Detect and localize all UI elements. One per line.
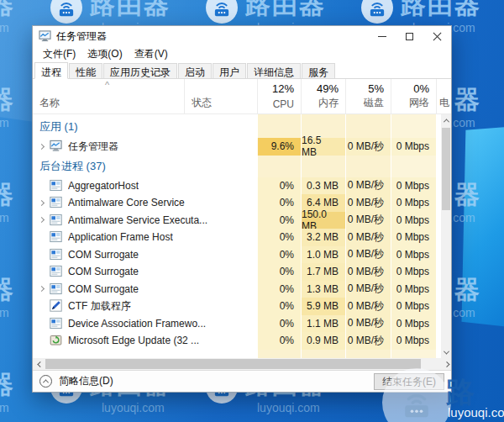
disk-cell: 0 MB/秒 <box>345 315 391 333</box>
network-cell: 0 Mbps <box>391 246 436 264</box>
watermark-brand-text: 路由器 <box>0 277 15 303</box>
close-icon <box>433 32 442 40</box>
process-name: CTF 加载程序 <box>68 299 131 314</box>
column-header-network[interactable]: 0% 网络 <box>391 79 436 113</box>
cpu-cell: 0% <box>257 177 301 195</box>
watermark-brand-text: 路由器 <box>0 182 15 208</box>
disk-cell: 0 MB/秒 <box>345 332 391 350</box>
disk-cell: 0 MB/秒 <box>345 212 391 229</box>
table-row[interactable]: Application Frame Host0%3.2 MB0 MB/秒0 Mb… <box>33 229 434 246</box>
table-row[interactable]: Antimalware Core Service0%6.4 MB0 MB/秒0 … <box>33 194 434 212</box>
cpu-cell: 9.6% <box>257 138 301 156</box>
maximize-button[interactable] <box>396 26 423 46</box>
window-title: 任务管理器 <box>56 29 107 44</box>
fewer-details-chevron-icon <box>39 375 52 388</box>
expand-chevron-icon[interactable] <box>33 201 50 205</box>
watermark-url-text: luyouqi.com <box>0 306 15 319</box>
table-row[interactable]: COM Surrogate0%1.0 MB0 MB/秒0 Mbps <box>33 246 434 264</box>
section-header[interactable]: 后台进程 (37) <box>33 156 434 177</box>
desktop-background: 路由器 luyouqi.com 路由器 luyouqi.com 路由器 luyo… <box>0 0 504 422</box>
column-header-cpu[interactable]: 12% CPU <box>257 79 301 113</box>
cpu-cell: 0% <box>257 315 301 333</box>
process-list: 应用 (1)任务管理器9.6%16.5 MB0 MB/秒0 Mbps后台进程 (… <box>33 114 451 370</box>
window-controls <box>368 26 451 46</box>
cpu-cell: 0% <box>257 298 301 315</box>
table-row[interactable]: AggregatorHost0%0.3 MB0 MB/秒0 Mbps <box>33 177 434 195</box>
column-header-name[interactable]: 名称 <box>33 79 184 113</box>
table-row[interactable]: Microsoft Edge Update (32 ...0%0.9 MB0 M… <box>33 332 434 350</box>
task-manager-window: 任务管理器 文件(F)选项(O)查看(V) 进程性能应用历史记录启动用户详细信息… <box>32 25 452 393</box>
app-generic-icon <box>50 214 63 227</box>
tab-性能[interactable]: 性能 <box>69 63 102 78</box>
cpu-cell: 0% <box>257 332 301 350</box>
watermark-url-text: luyouqi.com <box>0 401 15 414</box>
table-row[interactable]: COM Surrogate0%1.7 MB0 MB/秒0 Mbps <box>33 263 434 281</box>
tab-服务[interactable]: 服务 <box>302 63 335 78</box>
ctf-pen-icon <box>50 299 63 313</box>
process-name: Antimalware Core Service <box>68 197 185 208</box>
network-cell: 0 Mbps <box>391 263 436 281</box>
app-generic-icon <box>50 196 63 209</box>
column-header-memory[interactable]: 49% 内存 <box>301 79 345 113</box>
menu-item-2[interactable]: 查看(V) <box>129 46 173 62</box>
windows-logo-pane <box>459 126 504 328</box>
watermark-url-text: luyouqi.com <box>90 401 171 414</box>
column-header-status[interactable]: 状态 <box>184 79 257 113</box>
process-name: COM Surrogate <box>68 249 139 261</box>
menu-item-1[interactable]: 选项(O) <box>82 46 127 62</box>
menu-item-0[interactable]: 文件(F) <box>38 46 81 62</box>
section-label: 应用 (1) <box>33 119 78 135</box>
scroll-down-icon[interactable] <box>441 346 451 358</box>
network-cell: 0 Mbps <box>391 315 436 333</box>
horizontal-scrollbar[interactable] <box>33 358 451 370</box>
cpu-cell: 0% <box>257 246 301 264</box>
tab-应用历史记录[interactable]: 应用历史记录 <box>103 63 177 78</box>
process-name: Device Association Framewo... <box>68 318 206 330</box>
memory-cell: 16.5 MB <box>301 138 345 156</box>
network-cell: 0 Mbps <box>391 138 436 156</box>
expand-chevron-icon[interactable] <box>33 145 50 149</box>
tab-进程[interactable]: 进程 <box>34 62 68 79</box>
close-button[interactable] <box>423 26 451 46</box>
tab-详细信息[interactable]: 详细信息 <box>247 63 301 78</box>
section-header[interactable]: 应用 (1) <box>33 116 434 138</box>
table-row[interactable]: Antimalware Service Executa...0%150.0 MB… <box>33 212 434 229</box>
memory-cell: 0.9 MB <box>301 332 345 350</box>
minimize-button[interactable] <box>368 26 396 46</box>
watermark-brand-text: 路由器 <box>0 372 15 398</box>
app-generic-icon <box>50 282 63 296</box>
cpu-cell: 0% <box>257 212 301 229</box>
process-name: AggregatorHost <box>68 180 139 192</box>
table-row[interactable]: COM Surrogate0%1.3 MB0 MB/秒0 Mbps <box>33 281 434 298</box>
vertical-scrollbar[interactable] <box>441 114 451 358</box>
network-cell: 0 Mbps <box>391 177 436 195</box>
process-rows: 应用 (1)任务管理器9.6%16.5 MB0 MB/秒0 Mbps后台进程 (… <box>33 116 434 350</box>
cpu-cell: 0% <box>257 194 301 212</box>
watermark-url-text: luyouqi.com <box>0 211 15 224</box>
section-label: 后台进程 (37) <box>33 159 106 174</box>
memory-cell: 1.7 MB <box>301 263 345 281</box>
titlebar[interactable]: 任务管理器 <box>33 26 451 46</box>
scroll-left-icon[interactable] <box>33 358 45 370</box>
column-header-disk[interactable]: 5% 磁盘 <box>345 79 391 113</box>
scroll-up-icon[interactable] <box>441 114 451 126</box>
table-row[interactable]: CTF 加载程序0%5.9 MB0 MB/秒0 Mbps <box>33 298 434 315</box>
network-cell: 0 Mbps <box>391 332 436 350</box>
app-generic-icon <box>50 317 63 330</box>
tab-用户[interactable]: 用户 <box>213 63 246 78</box>
watermark-url-text: luyouqi.com <box>448 405 504 419</box>
expand-chevron-icon[interactable] <box>33 218 50 222</box>
memory-cell: 0.3 MB <box>301 177 345 195</box>
vertical-scroll-thumb[interactable] <box>442 128 450 210</box>
watermark-tile: 路由器 luyouqi.com <box>0 182 15 224</box>
fewer-details-toggle[interactable]: 简略信息(D) <box>59 374 113 388</box>
scroll-right-icon[interactable] <box>439 358 451 370</box>
column-header-power-partial[interactable]: 电 <box>436 79 453 113</box>
expand-chevron-icon[interactable] <box>33 287 50 291</box>
horizontal-scroll-thumb[interactable] <box>45 359 421 369</box>
table-row[interactable]: 任务管理器9.6%16.5 MB0 MB/秒0 Mbps <box>33 138 434 156</box>
table-row[interactable]: Device Association Framewo...0%1.1 MB0 M… <box>33 315 434 333</box>
tab-启动[interactable]: 启动 <box>178 63 212 78</box>
process-name: Antimalware Service Executa... <box>68 214 207 226</box>
table-header: ^ 名称 状态 12% CPU 49% 内存 5% 磁盘 0% 网络 <box>33 79 451 114</box>
